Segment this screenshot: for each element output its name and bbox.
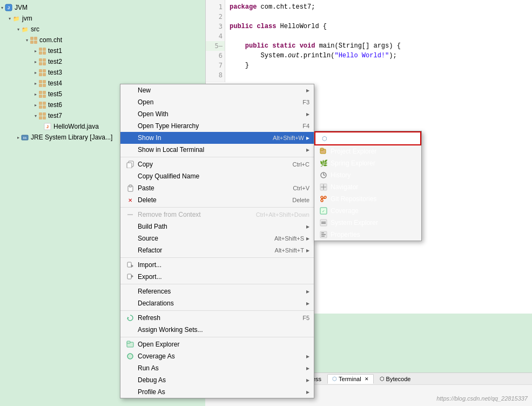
menu-item-open-type-hierarchy[interactable]: Open Type Hierarchy F4: [120, 120, 314, 132]
tree-item-test4[interactable]: ▸ test4: [0, 78, 119, 89]
submenu-item-history[interactable]: History: [314, 169, 421, 181]
tree-item-test1[interactable]: ▸ test1: [0, 45, 119, 56]
menu-item-open-with[interactable]: Open With ▸: [120, 108, 314, 120]
close-terminal-icon[interactable]: ✕: [365, 376, 369, 382]
code-line-3: public class HelloWorld {: [230, 22, 528, 31]
navigator-icon: [319, 183, 328, 191]
tree-item-test7[interactable]: ▾ test7: [0, 110, 119, 121]
menu-label-import: Import...: [138, 261, 309, 269]
svg-rect-21: [320, 219, 327, 226]
menu-label-declarations: Declarations: [138, 299, 304, 307]
submenu-label-coverage: Coverage: [331, 207, 359, 215]
menu-item-open-explorer[interactable]: Open Explorer: [120, 338, 314, 350]
folder-icon-src: 📁: [21, 25, 29, 34]
menu-item-paste[interactable]: Paste Ctrl+V: [120, 182, 314, 194]
svg-text:lib: lib: [23, 136, 27, 139]
svg-rect-33: [127, 262, 131, 267]
submenu-item-git[interactable]: Git Repositories: [314, 193, 421, 205]
separator-5: [120, 310, 314, 311]
menu-item-build-path[interactable]: Build Path ▸: [120, 221, 314, 232]
menu-item-coverage-as[interactable]: Coverage As ▸: [120, 350, 314, 362]
submenu-item-project-explorer[interactable]: Project Explorer: [314, 145, 421, 157]
package-icon-test6: [38, 101, 46, 109]
test3-label: test3: [48, 69, 62, 76]
show-local-icon: [125, 145, 136, 154]
build-path-icon: [125, 222, 136, 231]
menu-item-refresh[interactable]: Refresh F5: [120, 312, 314, 324]
import-icon: [125, 261, 136, 269]
chevron-test6: ▸: [35, 103, 37, 108]
submenu-item-terminal[interactable]: ⬡ Terminal: [314, 131, 421, 145]
menu-item-show-local[interactable]: Show in Local Terminal ▸: [120, 144, 314, 156]
line-num-7: 7: [206, 61, 225, 70]
references-icon: [125, 287, 136, 296]
submenu-item-coverage[interactable]: ✓ Coverage: [314, 205, 421, 217]
code-content[interactable]: package com.cht.test7; public class Hell…: [225, 0, 532, 82]
arrow-show-local: ▸: [306, 146, 309, 154]
menu-item-export[interactable]: Export...: [120, 271, 314, 283]
remove-context-icon: [125, 210, 136, 219]
chevron-test3: ▸: [35, 70, 37, 75]
arrow-debug-as: ▸: [306, 376, 309, 384]
menu-item-open[interactable]: Open F3: [120, 96, 314, 108]
menu-item-import[interactable]: Import...: [120, 259, 314, 271]
menu-item-references[interactable]: References ▸: [120, 285, 314, 297]
tree-item-test3[interactable]: ▸ test3: [0, 67, 119, 78]
open-with-icon: [125, 110, 136, 118]
tree-item-test2[interactable]: ▸ test2: [0, 56, 119, 67]
shortcut-paste: Ctrl+V: [293, 185, 309, 191]
coverage-icon: ✓: [319, 207, 328, 215]
menu-item-profile-as[interactable]: Profile As ▸: [120, 386, 314, 398]
run-as-icon: [125, 364, 136, 372]
test2-label: test2: [48, 58, 62, 65]
submenu-item-spring-explorer[interactable]: 🌿 Spring Explorer: [314, 157, 421, 169]
menu-label-open-explorer: Open Explorer: [138, 341, 309, 348]
tab-bytecode[interactable]: ⬡ Bytecode: [375, 374, 416, 384]
submenu-item-system-explorer[interactable]: System Explorer: [314, 217, 421, 229]
menu-item-new[interactable]: New ▸: [120, 84, 314, 96]
menu-label-delete: Delete: [138, 196, 281, 204]
menu-item-show-in[interactable]: Show In Alt+Shift+W ▸ ⬡ Terminal Project…: [120, 132, 314, 144]
bytecode-icon: ⬡: [380, 376, 385, 382]
menu-label-references: References: [138, 288, 304, 295]
submenu-label-navigator: Navigator: [331, 183, 358, 191]
chevron-test1: ▸: [35, 49, 37, 54]
tree-item-helloworld[interactable]: J HelloWorld.java: [0, 121, 119, 132]
menu-item-remove-context[interactable]: Remove from Context Ctrl+Alt+Shift+Down: [120, 209, 314, 221]
tree-item-jre[interactable]: ▸ lib JRE System Library [Java...]: [0, 132, 119, 143]
menu-label-copy-qualified: Copy Qualified Name: [138, 172, 309, 180]
submenu-label-git: Git Repositories: [331, 195, 376, 203]
test5-label: test5: [48, 90, 62, 98]
menu-item-copy[interactable]: Copy Ctrl+C: [120, 158, 314, 170]
menu-item-debug-as[interactable]: Debug As ▸: [120, 374, 314, 386]
menu-item-refactor[interactable]: Refactor Alt+Shift+T ▸: [120, 244, 314, 256]
arrow-declarations: ▸: [306, 299, 309, 307]
menu-label-refactor: Refactor: [138, 247, 264, 254]
menu-item-source[interactable]: Source Alt+Shift+S ▸: [120, 232, 314, 244]
menu-item-assign-working[interactable]: Assign Working Sets...: [120, 324, 314, 336]
tree-item-src[interactable]: ▾ 📁 src: [0, 24, 119, 35]
line-num-2: 2: [206, 12, 225, 22]
chevron-test5: ▸: [35, 92, 37, 97]
svg-text:J: J: [8, 5, 10, 10]
submenu-item-navigator[interactable]: Navigator: [314, 181, 421, 193]
tree-item-test6[interactable]: ▸ test6: [0, 99, 119, 110]
tab-terminal[interactable]: ⬡ Terminal ✕: [327, 374, 374, 384]
menu-item-run-as[interactable]: Run As ▸: [120, 362, 314, 374]
tree-item-jvm-node[interactable]: ▾ 📁 jvm: [0, 13, 119, 24]
tree-item-jvm[interactable]: ▾ J JVM: [0, 2, 119, 13]
svg-rect-29: [127, 163, 132, 168]
show-in-submenu: ⬡ Terminal Project Explorer 🌿 Spring Exp…: [314, 131, 422, 241]
menu-item-copy-qualified[interactable]: Copy Qualified Name: [120, 170, 314, 182]
arrow-refactor: ▸: [306, 247, 309, 254]
tree-item-com-cht[interactable]: ▾ com.cht: [0, 35, 119, 45]
tree-item-test5[interactable]: ▸ test5: [0, 89, 119, 99]
submenu-item-properties[interactable]: Properties: [314, 229, 421, 241]
svg-point-16: [321, 199, 323, 202]
arrow-references: ▸: [306, 288, 309, 295]
code-line-8: [230, 70, 528, 80]
jvm-icon: J: [4, 3, 13, 12]
menu-label-open-type-hierarchy: Open Type Hierarchy: [138, 122, 292, 130]
menu-item-delete[interactable]: ✕ Delete Delete: [120, 194, 314, 206]
menu-item-declarations[interactable]: Declarations ▸: [120, 297, 314, 309]
